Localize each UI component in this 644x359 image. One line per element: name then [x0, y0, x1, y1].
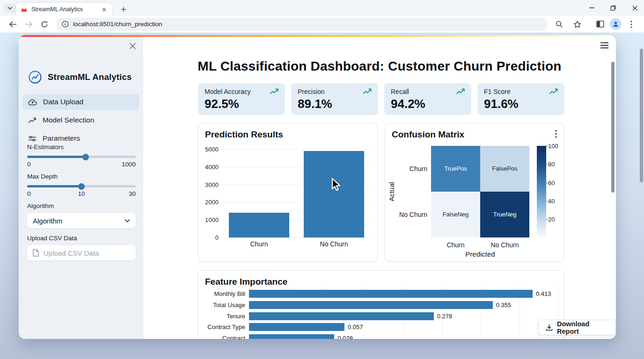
browser-chrome: StreamML Analytics localhost:8501 [0, 0, 644, 33]
colorbar-tick-label: 60 [548, 179, 555, 186]
address-bar[interactable]: localhost:8501/churn_prediction [56, 18, 548, 31]
feature-importance-chart: Monthly Bill0.413Total Usage0.355Tenure0… [249, 288, 558, 339]
restore-button[interactable] [608, 3, 618, 13]
download-icon [546, 324, 553, 331]
feature-value: 0.355 [496, 302, 512, 309]
back-button[interactable] [6, 18, 19, 31]
bar-churn [229, 213, 289, 237]
feature-row-monthly-bill: Monthly Bill0.413 [198, 288, 558, 300]
cloud-upload-icon [28, 99, 37, 106]
sidebar-item-model-selection[interactable]: Model Selection [22, 112, 139, 128]
tab-close-icon[interactable] [100, 6, 108, 13]
panel-menu-kebab-icon[interactable] [555, 130, 557, 138]
heatmap-cell-true-neg: TrueNeg [480, 192, 529, 237]
feature-bar [249, 312, 434, 320]
bar-no-churn [304, 151, 364, 237]
reload-button[interactable] [38, 18, 51, 31]
feature-row-total-usage: Total Usage0.355 [198, 300, 558, 311]
sidebar-item-label: Model Selection [43, 116, 94, 124]
page-title: ML Classification Dashboard: Customer Ch… [143, 59, 616, 74]
metric-value: 91.6% [484, 97, 558, 111]
new-tab-button[interactable] [118, 4, 129, 15]
sidebar-nav: Data UploadModel SelectionParameters [22, 94, 139, 146]
app-scrollbar-thumb[interactable] [611, 62, 615, 193]
confusion-matrix-panel: Confusion Matrix TruePosFalsePosFalseNeg… [385, 123, 564, 262]
download-report-label: Download Report [557, 320, 608, 335]
forward-button[interactable] [22, 18, 35, 31]
trend-line-icon [28, 117, 37, 123]
metric-label: Model Accuracy [205, 88, 278, 95]
bookmark-star-icon[interactable] [571, 18, 584, 31]
heatmap-cell-false-neg: FalseNeg [431, 192, 480, 237]
slider-track-n-estimators[interactable] [27, 156, 136, 158]
heatmap-cell-false-pos: FalsePos [480, 146, 529, 192]
y-axis-tick: 0 [215, 234, 219, 241]
side-panel-icon[interactable] [593, 18, 607, 31]
x-axis-label: Churn [250, 240, 268, 248]
slider-max-label: 1000 [122, 161, 136, 168]
slider-scale: 01000 [27, 161, 136, 169]
window-controls [587, 0, 639, 16]
sidebar: StreamML Analytics Data UploadModel Sele… [19, 37, 143, 339]
prediction-results-title: Prediction Results [205, 129, 283, 140]
chevron-down-icon [124, 219, 130, 223]
sidebar-item-label: Parameters [43, 134, 80, 143]
metric-card-model-accuracy: Model Accuracy92.5% [198, 83, 285, 115]
prediction-results-chart: 010002000300040005000ChurnNo Churn [222, 149, 371, 237]
row-label: Churn [410, 165, 427, 172]
metric-label: Precision [298, 88, 372, 95]
col-label: Churn [446, 241, 464, 249]
brand: StreamML Analytics [28, 70, 132, 84]
slider-track-max-depth[interactable] [27, 185, 136, 187]
browser-menu-kebab-icon[interactable] [625, 18, 638, 31]
zoom-search-icon[interactable] [553, 18, 566, 31]
slider-min-label: 0 [27, 161, 31, 168]
slider-max-label: 30 [129, 190, 136, 197]
profile-avatar[interactable] [610, 18, 622, 30]
feature-label: Monthly Bill [198, 290, 245, 297]
browser-tab[interactable]: StreamML Analytics [16, 3, 112, 16]
metric-value: 89.1% [298, 97, 372, 111]
minimize-button[interactable] [587, 3, 596, 13]
y-axis-tick: 1000 [205, 216, 219, 223]
sidebar-item-data-upload[interactable]: Data Upload [22, 94, 139, 110]
sidebar-close-icon[interactable] [128, 42, 137, 50]
upload-csv-input[interactable]: Upload CSV Data [27, 245, 136, 260]
gridline [222, 149, 371, 150]
feature-importance-title: Feature Importance [205, 277, 287, 287]
download-report-button[interactable]: Download Report [538, 320, 616, 335]
slider-value-label: 10 [78, 190, 85, 197]
slider-thumb-max-depth[interactable] [78, 183, 85, 190]
algorithm-label: Algorithm [27, 202, 136, 209]
brand-logo-icon [28, 70, 42, 84]
charts-row: Prediction Results 010002000300040005000… [198, 123, 564, 262]
metric-value: 92.5% [205, 97, 278, 111]
toolbar-right [551, 18, 639, 31]
heatmap-grid: TruePosFalsePosFalseNegTrueNegChurnNo Ch… [431, 146, 529, 237]
feature-value: 0.413 [536, 290, 551, 297]
brand-name: StreamML Analytics [48, 72, 132, 82]
cell-line: Pos [456, 165, 467, 173]
y-axis-tick: 5000 [205, 146, 219, 153]
slider-min-label: 0 [27, 190, 31, 197]
slider-thumb-n-estimators[interactable] [82, 154, 89, 160]
site-info-icon[interactable] [62, 21, 69, 28]
algorithm-select[interactable]: Algorithm [27, 213, 136, 228]
colorbar [537, 146, 546, 237]
file-icon [33, 249, 39, 257]
trend-up-icon [549, 88, 558, 94]
upload-label: Upload CSV Data [27, 235, 136, 242]
feature-value: 0.057 [348, 323, 363, 330]
y-axis-title: Actual [388, 182, 395, 201]
tab-search-button[interactable] [4, 3, 16, 13]
close-window-button[interactable] [630, 3, 639, 13]
app-menu-hamburger-icon[interactable] [600, 41, 609, 50]
browser-scrollbar-thumb[interactable] [640, 49, 643, 182]
y-axis-tick: 2000 [205, 199, 219, 206]
slider-fill [27, 156, 86, 158]
feature-bar [249, 290, 533, 298]
feature-bar [249, 323, 344, 331]
cell-line: Neg [505, 210, 517, 219]
x-axis-label: No Churn [320, 240, 348, 248]
y-axis-tick: 3000 [205, 181, 219, 188]
